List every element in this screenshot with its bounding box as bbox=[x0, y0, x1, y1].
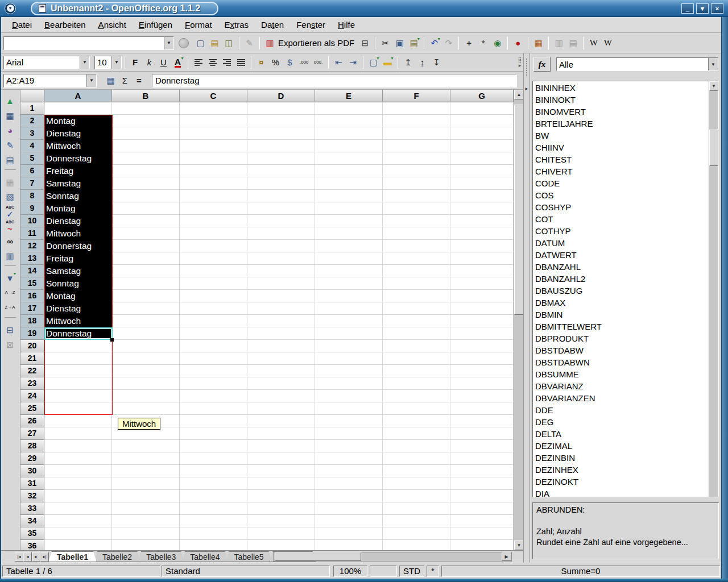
cell-g24[interactable] bbox=[450, 390, 514, 402]
font-color-button[interactable]: A▼ bbox=[171, 55, 185, 69]
cell-c13[interactable] bbox=[180, 252, 247, 265]
function-list-item[interactable]: DDE bbox=[533, 404, 708, 416]
cell-a30[interactable] bbox=[44, 465, 112, 477]
pdf-export-icon[interactable]: ▥ bbox=[263, 36, 277, 50]
cell-a7[interactable]: Samstag bbox=[44, 177, 112, 190]
cell-g30[interactable] bbox=[450, 465, 514, 477]
cell-d13[interactable] bbox=[247, 252, 315, 265]
cell-c25[interactable] bbox=[180, 402, 247, 415]
cell-c26[interactable] bbox=[180, 415, 247, 427]
function-list-item[interactable]: DEZINBIN bbox=[533, 452, 708, 464]
row-header-1[interactable]: 1 bbox=[20, 102, 44, 115]
column-header-a[interactable]: A bbox=[44, 90, 112, 102]
menu-item-format[interactable]: Format bbox=[179, 18, 218, 31]
cell-d18[interactable] bbox=[247, 315, 315, 327]
cell-b35[interactable] bbox=[112, 527, 180, 540]
cell-f34[interactable] bbox=[383, 515, 450, 527]
cell-e24[interactable] bbox=[315, 390, 383, 402]
cell-a27[interactable] bbox=[44, 427, 112, 440]
cell-f17[interactable] bbox=[383, 302, 450, 315]
row-header-15[interactable]: 15 bbox=[20, 277, 44, 290]
cell-f9[interactable] bbox=[383, 202, 450, 215]
cell-b29[interactable] bbox=[112, 452, 180, 465]
column-header-d[interactable]: D bbox=[247, 90, 315, 102]
cell-d34[interactable] bbox=[247, 515, 315, 527]
cell-c32[interactable] bbox=[180, 490, 247, 502]
cell-d10[interactable] bbox=[247, 215, 315, 227]
cell-d7[interactable] bbox=[247, 177, 315, 190]
toolbar-expander[interactable]: ⣿▸ bbox=[516, 57, 523, 68]
cell-b26[interactable] bbox=[112, 415, 180, 427]
cell-d16[interactable] bbox=[247, 290, 315, 302]
cell-f16[interactable] bbox=[383, 290, 450, 302]
tab-last-button[interactable]: ▸| bbox=[40, 552, 49, 562]
cell-f20[interactable] bbox=[383, 340, 450, 352]
cell-b10[interactable] bbox=[112, 215, 180, 227]
row-header-35[interactable]: 35 bbox=[20, 527, 44, 540]
cell-g34[interactable] bbox=[450, 515, 514, 527]
cell-g16[interactable] bbox=[450, 290, 514, 302]
function-list-item[interactable]: BRTEILJAHRE bbox=[533, 118, 708, 130]
cell-b1[interactable] bbox=[112, 102, 180, 115]
cell-f24[interactable] bbox=[383, 390, 450, 402]
cell-e28[interactable] bbox=[315, 440, 383, 452]
menu-item-datei[interactable]: Datei bbox=[6, 18, 38, 31]
function-list-item[interactable]: COT bbox=[533, 213, 708, 225]
sheet-tab-tabelle4[interactable]: Tabelle4 bbox=[181, 551, 228, 562]
column-header-g[interactable]: G bbox=[450, 90, 514, 102]
menu-item-ansicht[interactable]: Ansicht bbox=[92, 18, 133, 31]
cell-c4[interactable] bbox=[180, 140, 247, 152]
cell-g32[interactable] bbox=[450, 490, 514, 502]
cell-b34[interactable] bbox=[112, 515, 180, 527]
cell-e18[interactable] bbox=[315, 315, 383, 327]
cell-a15[interactable]: Sonntag bbox=[44, 277, 112, 290]
cell-f29[interactable] bbox=[383, 452, 450, 465]
cell-g17[interactable] bbox=[450, 302, 514, 315]
cell-c33[interactable] bbox=[180, 502, 247, 515]
insert-object-icon[interactable]: ◕ bbox=[3, 123, 18, 138]
cell-f26[interactable] bbox=[383, 415, 450, 427]
menu-item-hilfe[interactable]: Hilfe bbox=[332, 18, 361, 31]
record-macro-icon[interactable]: ● bbox=[511, 36, 525, 50]
cell-d32[interactable] bbox=[247, 490, 315, 502]
cell-f12[interactable] bbox=[383, 240, 450, 252]
cell-c5[interactable] bbox=[180, 152, 247, 165]
cell-d28[interactable] bbox=[247, 440, 315, 452]
cell-e19[interactable] bbox=[315, 327, 383, 340]
horizontal-scrollbar[interactable]: ▶ bbox=[273, 552, 512, 562]
splitter-arrow-icon[interactable]: ▸ bbox=[525, 85, 528, 92]
function-list-item[interactable]: DBSTDABW bbox=[533, 344, 708, 356]
increase-indent-button[interactable]: ⇥ bbox=[346, 55, 360, 69]
find-replace-icon[interactable]: ∞ bbox=[3, 234, 18, 248]
cell-g13[interactable] bbox=[450, 252, 514, 265]
url-input[interactable] bbox=[4, 37, 164, 49]
column-header-c[interactable]: C bbox=[180, 90, 247, 102]
cell-b5[interactable] bbox=[112, 152, 180, 165]
cell-c21[interactable] bbox=[180, 352, 247, 365]
name-box-input[interactable] bbox=[4, 74, 86, 87]
column-header-e[interactable]: E bbox=[315, 90, 383, 102]
cell-g18[interactable] bbox=[450, 315, 514, 327]
cell-e11[interactable] bbox=[315, 227, 383, 240]
cell-c24[interactable] bbox=[180, 390, 247, 402]
cell-e14[interactable] bbox=[315, 265, 383, 277]
autoformat-icon[interactable]: ▧ bbox=[3, 189, 18, 204]
row-header-4[interactable]: 4 bbox=[20, 140, 44, 152]
cell-g10[interactable] bbox=[450, 215, 514, 227]
scroll-down-icon[interactable]: ▼ bbox=[514, 541, 523, 550]
save-icon[interactable]: ◫ bbox=[222, 36, 236, 50]
function-list-item[interactable]: CODE bbox=[533, 177, 708, 189]
pdf-export-label[interactable]: Exportieren als PDF bbox=[278, 38, 354, 48]
vertical-scrollbar[interactable]: ▲ ▼ bbox=[514, 90, 523, 550]
cell-b17[interactable] bbox=[112, 302, 180, 315]
function-list-scrollbar[interactable]: ▲ ▼ bbox=[709, 81, 718, 497]
cell-a33[interactable] bbox=[44, 502, 112, 515]
cell-f8[interactable] bbox=[383, 190, 450, 202]
cell-c23[interactable] bbox=[180, 377, 247, 390]
cell-a19[interactable]: Donnerstag bbox=[44, 327, 112, 340]
function-list-item[interactable]: DBAUSZUG bbox=[533, 285, 708, 297]
cell-c20[interactable] bbox=[180, 340, 247, 352]
cell-a29[interactable] bbox=[44, 452, 112, 465]
cell-f32[interactable] bbox=[383, 490, 450, 502]
cell-c17[interactable] bbox=[180, 302, 247, 315]
